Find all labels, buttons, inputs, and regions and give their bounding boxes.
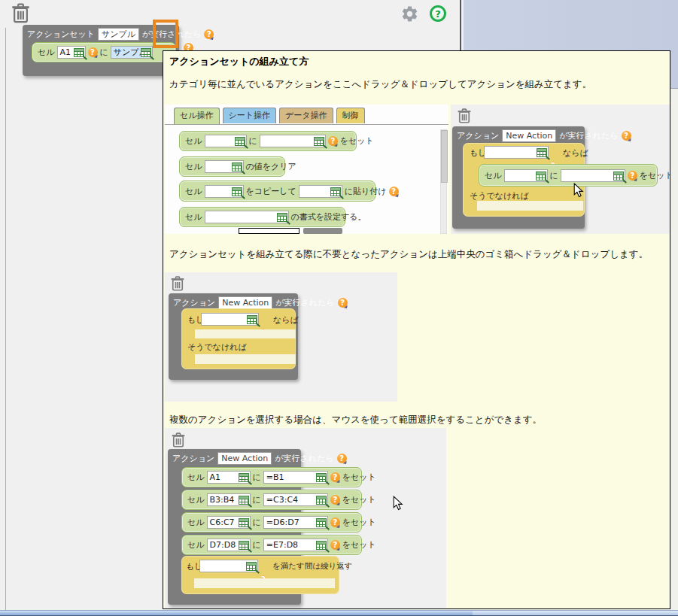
empty-cell-input bbox=[504, 169, 548, 182]
cell-picker-icon[interactable] bbox=[74, 48, 84, 57]
value-input: =E7:D8 bbox=[263, 539, 328, 551]
value-input: =D6:D7 bbox=[263, 516, 328, 529]
help-badge: ? bbox=[389, 187, 399, 196]
value-input[interactable]: サンプル bbox=[111, 46, 153, 59]
scrollbar-thumb bbox=[441, 130, 448, 183]
cell-help-badge[interactable]: ? bbox=[88, 47, 98, 57]
set-cell-row: セル D7:D8 に =E7:D8 ? をセット bbox=[181, 535, 362, 555]
cell-picker-icon bbox=[316, 541, 327, 550]
set-cell-row: セル A1 に =B1 ? をセット bbox=[181, 467, 362, 487]
then-slot bbox=[195, 329, 296, 338]
clipped-button bbox=[303, 228, 342, 234]
empty-value-input bbox=[561, 169, 625, 182]
if-set-illustration: アクション New Action が実行されたら ? もし ? ならば セル に… bbox=[451, 105, 670, 234]
help-badge: ? bbox=[337, 454, 347, 463]
settings-gear-icon[interactable] bbox=[400, 5, 419, 26]
action-name-box: New Action bbox=[218, 296, 272, 309]
empty-cell-input bbox=[205, 185, 244, 198]
set-cell-row: セル B3:B4 に =C3:C4 ? をセット bbox=[181, 490, 362, 510]
popup-intro-text: カテゴリ毎に並んでいるアクションをここへドラッグ＆ドロップしてアクションを組み立… bbox=[169, 78, 591, 91]
palette-scrollbar bbox=[440, 129, 447, 234]
cell-ref-input[interactable]: A1 bbox=[57, 46, 86, 59]
cell-ref-input: A1 bbox=[207, 471, 251, 484]
cell-picker-icon bbox=[239, 496, 249, 505]
help-popup[interactable]: アクションセットの組み立て方 カテゴリ毎に並んでいるアクションをここへドラッグ＆… bbox=[163, 50, 670, 609]
multiselect-note-text: 複数のアクションを選択する場合は、マウスを使って範囲選択をすることができます。 bbox=[169, 414, 542, 426]
app-screen: ? アクションセット サンプル が実行されたら ? セル A1 ? に サンプル… bbox=[0, 0, 678, 616]
cell-ref-input: C6:C7 bbox=[207, 516, 251, 529]
else-slot bbox=[195, 354, 296, 364]
trash-icon bbox=[457, 108, 472, 124]
help-badge: ? bbox=[330, 472, 340, 482]
palette-clear-block: セル の値をクリア bbox=[179, 156, 285, 177]
tab-control: 制御 bbox=[336, 108, 365, 123]
help-badge: ? bbox=[628, 171, 637, 181]
help-badge: ? bbox=[330, 540, 340, 550]
cell-ref-input: B3:B4 bbox=[207, 493, 251, 506]
while-block: もし ? を満たす間は繰り返す bbox=[181, 556, 339, 594]
help-icon[interactable]: ? bbox=[430, 5, 446, 22]
condition-input bbox=[199, 560, 258, 572]
to-label: に bbox=[100, 47, 108, 58]
nested-set-block: セル に ? をセット bbox=[479, 164, 658, 187]
help-badge: ? bbox=[328, 136, 338, 146]
action-name-box: New Action bbox=[217, 452, 272, 465]
multiselect-illustration: アクション New Action が実行されたら ? セル A1 に =B1 ?… bbox=[165, 428, 446, 609]
value-input: =B1 bbox=[263, 471, 328, 484]
empty-target-input bbox=[299, 185, 342, 198]
mouse-cursor bbox=[573, 183, 584, 201]
cell-picker-icon bbox=[314, 137, 324, 146]
cell-picker-icon bbox=[537, 148, 547, 157]
cell-picker-icon bbox=[239, 473, 249, 482]
cell-picker-icon bbox=[239, 518, 249, 527]
tab-data-ops: データ操作 bbox=[279, 108, 333, 123]
cell-picker-icon bbox=[235, 137, 245, 146]
tab-sheet-ops: シート操作 bbox=[223, 108, 277, 123]
action-name-box: New Action bbox=[502, 129, 556, 142]
cell-picker-icon bbox=[330, 187, 341, 196]
empty-cell-input bbox=[205, 135, 247, 147]
trash-icon[interactable] bbox=[11, 2, 31, 24]
then-label: ならば bbox=[563, 147, 588, 159]
cell-picker-icon bbox=[239, 541, 249, 550]
action-set-name-input[interactable]: サンプル bbox=[98, 28, 139, 41]
action-set-help-badge[interactable]: ? bbox=[204, 29, 214, 39]
cell-picker-icon bbox=[277, 213, 287, 222]
help-badge: ? bbox=[330, 517, 340, 527]
palette-copy-block: セル をコピーして に貼り付け ? bbox=[179, 181, 375, 202]
condition-input bbox=[201, 313, 259, 326]
empty-value-input bbox=[260, 135, 326, 147]
empty-cell-input bbox=[205, 160, 244, 173]
cell-picker-icon bbox=[232, 162, 242, 171]
highlight-rectangle bbox=[153, 20, 178, 48]
window-bottom-edge bbox=[0, 610, 678, 616]
tab-cell-ops: セル操作 bbox=[174, 108, 220, 124]
cell-picker-icon bbox=[613, 171, 624, 181]
trash-icon bbox=[170, 275, 185, 292]
palette-format-block: セル の書式を設定する。 bbox=[179, 207, 345, 227]
cell-picker-icon bbox=[316, 496, 327, 505]
condition-input bbox=[484, 146, 549, 159]
tab-underline bbox=[165, 124, 448, 125]
else-label: そうでなければ bbox=[187, 341, 247, 353]
cell-ref-input: D7:D8 bbox=[207, 539, 251, 551]
help-badge: ? bbox=[338, 298, 348, 308]
clipped-input bbox=[239, 228, 299, 234]
window-bottom-edge-right bbox=[473, 611, 678, 615]
cell-picker-icon bbox=[316, 518, 327, 527]
loop-slot bbox=[194, 578, 335, 588]
action-set-type-label: アクションセット bbox=[27, 29, 95, 40]
popup-title: アクションセットの組み立て方 bbox=[169, 55, 309, 68]
cell-picker-icon bbox=[316, 473, 327, 482]
trash-icon bbox=[171, 432, 186, 448]
cell-picker-icon bbox=[232, 187, 242, 196]
value-input: =C3:C4 bbox=[263, 493, 328, 506]
empty-cell-input bbox=[205, 211, 289, 223]
then-label: ならば bbox=[273, 314, 299, 326]
if-only-illustration: アクション New Action が実行されたら ? もし ? ならば そうでな… bbox=[165, 272, 397, 402]
while-suffix-label: を満たす間は繰り返す bbox=[272, 561, 352, 572]
else-slot bbox=[477, 201, 583, 211]
palette-set-block: セル に ? をセット bbox=[179, 131, 357, 151]
value-picker-icon[interactable] bbox=[141, 48, 151, 57]
cell-label: セル bbox=[38, 47, 55, 58]
